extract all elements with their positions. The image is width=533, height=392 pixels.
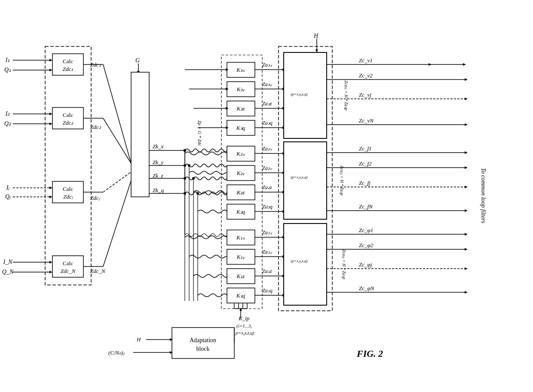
svg-text:Zc_v1: Zc_v1 (359, 57, 373, 64)
svg-text:I₂: I₂ (5, 110, 10, 117)
svg-text:K₁q: K₁q (236, 292, 245, 299)
svg-text:Zp = G * Zdc: Zp = G * Zdc (197, 120, 202, 146)
svg-rect-153 (284, 224, 327, 305)
svg-text:Zdc₂: Zdc₂ (63, 119, 74, 126)
svg-text:K₁ₓ: K₁ₓ (236, 234, 245, 241)
svg-text:Zc_f1: Zc_f1 (359, 145, 372, 152)
svg-text:Calc: Calc (63, 186, 73, 192)
svg-text:Zk_x: Zk_x (153, 143, 164, 150)
svg-text:(C/N₀)ⱼ: (C/N₀)ⱼ (108, 349, 125, 356)
svg-text:K₂ᵧ: K₂ᵧ (236, 170, 245, 176)
svg-text:G: G (135, 57, 140, 64)
svg-text:Za₁q: Za₁q (262, 288, 273, 294)
svg-text:Q₁: Q₁ (4, 67, 11, 73)
svg-text:Q_N: Q_N (2, 269, 14, 275)
svg-text:K₃q: K₃q (236, 125, 245, 131)
svg-text:Zdc₁: Zdc₁ (63, 66, 74, 72)
svg-point-71 (184, 149, 186, 152)
svg-rect-53 (131, 72, 149, 197)
svg-text:Zc_fN: Zc_fN (359, 203, 373, 210)
svg-text:Zc_φ2: Zc_φ2 (359, 242, 374, 248)
svg-text:K₂ₓ: K₂ₓ (236, 150, 245, 157)
svg-text:Zc_φN: Zc_φN (359, 285, 375, 291)
svg-text:Calc: Calc (63, 260, 73, 266)
svg-text:To common loop filters: To common loop filters (480, 168, 487, 224)
svg-text:Za₂z: Za₂z (262, 184, 272, 190)
svg-text:Zc_v2: Zc_v2 (359, 72, 373, 79)
svg-text:Zca₁ⱼ = H * Za₃p: Zca₁ⱼ = H * Za₃p (344, 80, 349, 110)
svg-text:Zdcⱼ: Zdcⱼ (63, 193, 73, 200)
svg-text:Za₁ₓ: Za₁ₓ (262, 230, 273, 236)
svg-text:Za₃ₓ: Za₃ₓ (262, 62, 273, 68)
svg-text:K₁z: K₁z (236, 273, 245, 279)
svg-text:Zc_φ1: Zc_φ1 (359, 227, 373, 233)
svg-text:K₂z: K₂z (236, 189, 245, 196)
svg-text:Za₃q: Za₃q (262, 120, 273, 126)
svg-point-73 (192, 177, 195, 180)
svg-text:K₃ₓ: K₃ₓ (236, 67, 245, 73)
svg-text:block: block (196, 346, 209, 352)
svg-text:Zca₁ⱼ = H * Za₁p: Zca₁ⱼ = H * Za₁p (342, 249, 346, 279)
svg-text:Za₂q: Za₂q (262, 204, 273, 210)
svg-text:Zdc_N: Zdc_N (61, 268, 76, 274)
svg-text:K₂q: K₂q (236, 208, 245, 215)
svg-text:FIG. 2: FIG. 2 (356, 348, 383, 359)
svg-text:I_N: I_N (3, 259, 13, 265)
svg-text:Zc_φj: Zc_φj (359, 261, 372, 268)
svg-text:Zc_vN: Zc_vN (359, 117, 374, 124)
svg-text:Zca₁ⱼ = H * Za₂p: Zca₁ⱼ = H * Za₂p (340, 165, 344, 196)
svg-text:K₃z: K₃z (236, 105, 245, 112)
diagram-container: I₁ Q₁ Calc Zdc₁ I₂ Q₂ Calc Zdc₂ Iⱼ Qⱼ Ca… (0, 0, 533, 392)
svg-text:Adaptation: Adaptation (190, 337, 216, 343)
svg-text:H: H (313, 33, 319, 39)
svg-text:Calc: Calc (63, 58, 73, 64)
svg-text:Za₃z: Za₃z (262, 101, 272, 107)
svg-text:(p=x,y,z,q): (p=x,y,z,q) (291, 259, 308, 263)
svg-text:Zdcⱼ: Zdcⱼ (90, 195, 100, 201)
svg-text:Qⱼ: Qⱼ (5, 193, 11, 200)
svg-text:(p=x,y,z,q): (p=x,y,z,q) (291, 92, 308, 96)
svg-text:Zdc_N: Zdc_N (90, 268, 106, 274)
svg-text:Za₃ᵧ: Za₃ᵧ (262, 81, 273, 87)
svg-text:K_ip: K_ip (238, 315, 250, 322)
svg-text:Za₂ₓ: Za₂ₓ (262, 146, 273, 152)
svg-text:Calc: Calc (63, 112, 73, 118)
svg-text:H: H (136, 336, 141, 343)
svg-rect-150 (284, 142, 327, 219)
svg-text:p=x,y,z,q): p=x,y,z,q) (235, 330, 254, 336)
svg-text:I₁: I₁ (5, 57, 10, 63)
svg-text:(p=x,y,z,q): (p=x,y,z,q) (291, 175, 308, 179)
svg-text:Zk_y: Zk_y (153, 159, 164, 165)
svg-point-72 (188, 164, 190, 167)
svg-text:Q₂: Q₂ (4, 120, 11, 127)
svg-text:Zk_q: Zk_q (153, 187, 164, 193)
svg-text:K₁ᵧ: K₁ᵧ (236, 254, 245, 260)
svg-text:Za₁ᵧ: Za₁ᵧ (262, 249, 273, 255)
svg-text:Zc_vj: Zc_vj (359, 92, 371, 98)
svg-text:Zdc₂: Zdc₂ (90, 124, 101, 130)
svg-text:Zc_f2: Zc_f2 (359, 160, 372, 167)
svg-text:(i=1...3,: (i=1...3, (236, 323, 252, 329)
svg-text:Zk_z: Zk_z (153, 172, 163, 179)
svg-point-74 (196, 192, 199, 195)
svg-text:Zc_fj: Zc_fj (359, 180, 371, 186)
svg-text:K₃ᵧ: K₃ᵧ (236, 86, 245, 92)
svg-text:Za₁z: Za₁z (262, 268, 272, 274)
svg-text:Za₂ᵧ: Za₂ᵧ (262, 165, 273, 171)
